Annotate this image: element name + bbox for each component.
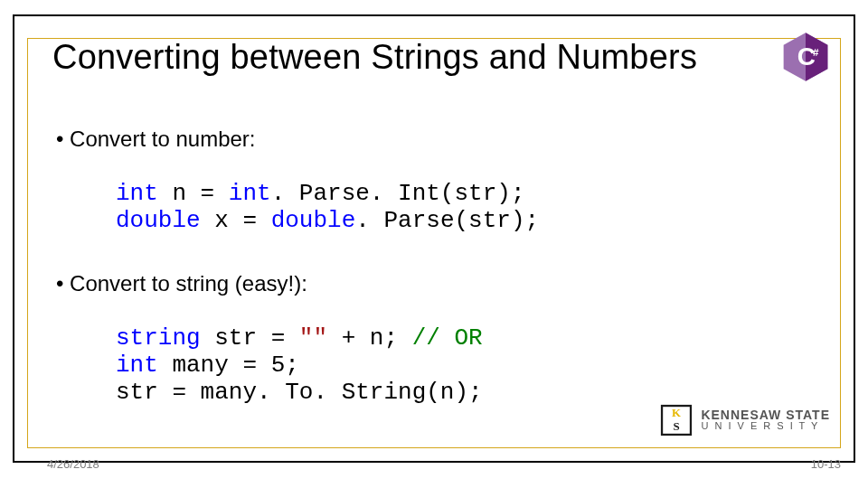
code-keyword: int <box>229 180 271 207</box>
code-block-to-string: string str = "" + n; // ORint many = 5;s… <box>116 325 483 407</box>
svg-text:S: S <box>674 419 680 433</box>
code-string: "" <box>299 324 327 352</box>
ksu-line2: U N I V E R S I T Y <box>701 421 830 430</box>
page-title: Converting between Strings and Numbers <box>52 38 697 77</box>
code-block-to-number: int n = int. Parse. Int(str);double x = … <box>116 181 539 235</box>
code-keyword: int <box>116 180 158 207</box>
code-text: + n; <box>327 324 412 352</box>
code-text: . Parse(str); <box>355 207 539 234</box>
slide: Converting between Strings and Numbers C… <box>0 0 868 488</box>
footer-date: 4/26/2018 <box>47 457 99 471</box>
code-comment: // OR <box>412 324 483 352</box>
bullet-convert-to-number: • Convert to number: <box>56 127 256 152</box>
code-keyword: double <box>116 207 201 234</box>
code-text: many = 5; <box>158 352 299 379</box>
code-keyword: double <box>271 207 356 234</box>
code-text: n = <box>158 180 229 207</box>
svg-text:#: # <box>813 46 819 58</box>
code-keyword: string <box>116 324 201 352</box>
code-text: str = <box>201 324 299 352</box>
svg-text:K: K <box>672 406 681 419</box>
ksu-crest-icon: K S <box>659 403 693 437</box>
ksu-logo: K S KENNESAW STATE U N I V E R S I T Y <box>659 403 830 437</box>
footer-page: 10-13 <box>811 457 841 471</box>
code-text: str = many. To. String(n); <box>116 379 483 406</box>
ksu-line1: KENNESAW STATE <box>701 409 830 421</box>
ksu-wordmark: KENNESAW STATE U N I V E R S I T Y <box>701 409 830 431</box>
code-text: x = <box>201 207 271 234</box>
csharp-logo-icon: C # <box>779 31 832 83</box>
code-text: . Parse. Int(str); <box>271 180 525 207</box>
code-keyword: int <box>116 352 158 379</box>
bullet-convert-to-string: • Convert to string (easy!): <box>56 271 307 296</box>
